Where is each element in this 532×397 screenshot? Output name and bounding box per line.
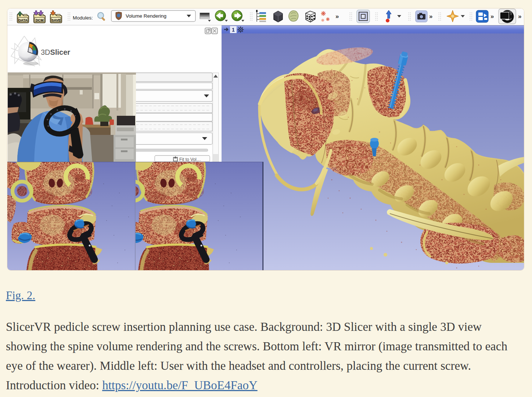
svg-text:❋: ❋ — [321, 18, 324, 22]
svg-text:»: » — [429, 13, 432, 20]
svg-text:Fit to Vol…: Fit to Vol… — [179, 157, 201, 162]
svg-text:»: » — [518, 13, 521, 20]
svg-text:Volume Rendering: Volume Rendering — [126, 13, 166, 19]
svg-text:❋: ❋ — [321, 10, 326, 17]
svg-text:3DSlicer: 3DSlicer — [41, 48, 70, 56]
svg-text:»: » — [490, 13, 494, 20]
svg-text:»: » — [335, 13, 339, 20]
svg-text:DATA: DATA — [18, 18, 28, 22]
svg-text:Modules:: Modules: — [73, 15, 93, 21]
svg-text:❋: ❋ — [326, 17, 330, 22]
svg-text:DCM: DCM — [36, 18, 44, 22]
svg-text:SAVE: SAVE — [51, 18, 61, 22]
svg-text:1: 1 — [232, 27, 235, 33]
